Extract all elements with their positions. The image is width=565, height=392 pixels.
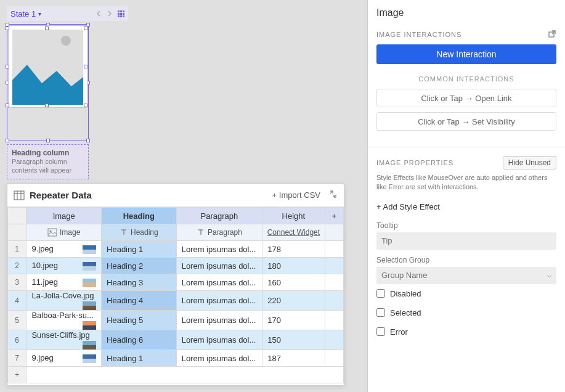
sub-paragraph[interactable]: Paragraph <box>176 224 262 241</box>
row-number[interactable]: 4 <box>8 291 26 311</box>
cell-height[interactable]: 160 <box>262 274 325 291</box>
cell-heading[interactable]: Heading 1 <box>102 241 177 258</box>
svg-rect-4 <box>120 13 122 15</box>
cell-paragraph[interactable]: Lorem ipsumas dol... <box>176 258 262 274</box>
state-label: State 1 <box>10 9 36 18</box>
row-number[interactable]: 6 <box>8 330 26 350</box>
cell-heading[interactable]: Heading 4 <box>102 291 177 311</box>
cell-height[interactable]: 150 <box>262 330 325 350</box>
cell-image[interactable]: La-Jolla-Cove.jpg <box>26 291 102 311</box>
common-set-visibility[interactable]: Click or Tap → Set Visibility <box>376 112 556 131</box>
hide-unused-button[interactable]: Hide Unused <box>503 156 556 169</box>
table-row[interactable]: 210.jpegHeading 2Lorem ipsumas dol...180 <box>8 258 344 274</box>
selected-checkbox[interactable] <box>376 308 385 317</box>
connect-widget-link[interactable]: Connect Widget <box>262 224 325 241</box>
table-row[interactable]: 6Sunset-Cliffs.jpgHeading 6Lorem ipsumas… <box>8 330 344 350</box>
cell-heading[interactable]: Heading 6 <box>102 330 177 350</box>
repeater-data-panel: Repeater Data + Import CSV Image Heading… <box>7 183 344 386</box>
table-icon <box>14 190 25 200</box>
table-row[interactable]: 4La-Jolla-Cove.jpgHeading 4Lorem ipsumas… <box>8 291 344 311</box>
cell-image[interactable]: Balboa-Park-su... <box>26 311 102 330</box>
interactions-heading: IMAGE INTERACTIONS <box>376 31 461 38</box>
caret-down-icon: ▾ <box>38 10 41 17</box>
cell-paragraph[interactable]: Lorem ipsumas dol... <box>176 350 262 367</box>
cell-paragraph[interactable]: Lorem ipsumas dol... <box>176 330 262 350</box>
svg-rect-13 <box>48 229 57 236</box>
cell-paragraph[interactable]: Lorem ipsumas dol... <box>176 311 262 330</box>
thumbnail <box>83 341 96 349</box>
thumbnail <box>83 279 96 287</box>
inspector-panel: Image IMAGE INTERACTIONS New Interaction… <box>367 0 565 392</box>
svg-rect-8 <box>123 15 124 17</box>
import-csv-button[interactable]: + Import CSV <box>272 190 320 200</box>
col-height[interactable]: Height <box>262 208 325 224</box>
table-row[interactable]: 5Balboa-Park-su...Heading 5Lorem ipsumas… <box>8 311 344 330</box>
cell-paragraph[interactable]: Lorem ipsumas dol... <box>176 291 262 311</box>
row-number[interactable]: 7 <box>8 350 26 367</box>
cell-heading[interactable]: Heading 5 <box>102 311 177 330</box>
table-row[interactable]: 79.jpegHeading 1Lorem ipsumas dol...187 <box>8 350 344 367</box>
cell-image[interactable]: 10.jpeg <box>26 258 102 274</box>
svg-rect-2 <box>123 10 124 12</box>
cell-height[interactable]: 170 <box>262 311 325 330</box>
data-grid[interactable]: Image Heading Paragraph Height + Image H… <box>7 207 344 383</box>
common-interactions-heading: COMMON INTERACTIONS <box>368 64 565 89</box>
paragraph-placeholder: Paragraph column contents will appear <box>12 157 84 175</box>
disabled-checkbox-row[interactable]: Disabled <box>368 284 565 303</box>
col-image[interactable]: Image <box>26 208 102 224</box>
sub-heading[interactable]: Heading <box>102 224 177 241</box>
tooltip-input[interactable] <box>376 232 556 250</box>
thumbnail <box>83 301 96 310</box>
sub-image[interactable]: Image <box>26 224 102 241</box>
add-row-button[interactable]: + <box>8 367 26 383</box>
table-row[interactable]: 19.jpegHeading 1Lorem ipsumas dol...178 <box>8 241 344 258</box>
add-column-button[interactable]: + <box>325 208 343 224</box>
error-checkbox[interactable] <box>376 327 385 336</box>
heading-placeholder: Heading column <box>12 149 84 157</box>
chevron-right-icon[interactable] <box>106 10 113 17</box>
cell-heading[interactable]: Heading 3 <box>102 274 177 291</box>
selection-group-select[interactable] <box>376 267 556 284</box>
canvas[interactable]: State 1 ▾ Heading column Paragraph colum… <box>0 0 367 392</box>
cell-height[interactable]: 178 <box>262 241 325 258</box>
chevron-left-icon[interactable] <box>95 10 102 17</box>
disabled-checkbox[interactable] <box>376 289 385 298</box>
cell-heading[interactable]: Heading 2 <box>102 258 177 274</box>
tooltip-label: Tooltip <box>368 215 565 232</box>
external-link-icon[interactable] <box>548 30 556 39</box>
thumbnail <box>83 321 96 330</box>
new-interaction-button[interactable]: New Interaction <box>376 44 556 64</box>
thumbnail <box>83 262 96 271</box>
cell-paragraph[interactable]: Lorem ipsumas dol... <box>176 274 262 291</box>
cell-height[interactable]: 180 <box>262 258 325 274</box>
panel-title: Repeater Data <box>30 190 92 200</box>
cell-image[interactable]: 11.jpeg <box>26 274 102 291</box>
properties-heading: IMAGE PROPERTIES <box>376 159 453 166</box>
collapse-icon[interactable] <box>329 190 338 201</box>
cell-image[interactable]: 9.jpeg <box>26 350 102 367</box>
row-number[interactable]: 5 <box>8 311 26 330</box>
cell-heading[interactable]: Heading 1 <box>102 350 177 367</box>
cell-height[interactable]: 220 <box>262 291 325 311</box>
cell-paragraph[interactable]: Lorem ipsumas dol... <box>176 241 262 258</box>
svg-rect-7 <box>120 15 122 17</box>
col-heading[interactable]: Heading <box>102 208 177 224</box>
inspector-title: Image <box>368 0 565 25</box>
error-checkbox-row[interactable]: Error <box>368 322 565 341</box>
add-style-effect-button[interactable]: + Add Style Effect <box>368 198 565 215</box>
state-selector[interactable]: State 1 ▾ <box>7 6 128 21</box>
image-placeholder[interactable] <box>8 25 87 108</box>
text-placeholder[interactable]: Heading column Paragraph column contents… <box>7 144 89 179</box>
cell-image[interactable]: 9.jpeg <box>26 241 102 258</box>
cell-image[interactable]: Sunset-Cliffs.jpg <box>26 330 102 350</box>
selection-group-label: Selection Group <box>368 250 565 267</box>
col-paragraph[interactable]: Paragraph <box>176 208 262 224</box>
common-open-link[interactable]: Click or Tap → Open Link <box>376 89 556 107</box>
selected-checkbox-row[interactable]: Selected <box>368 303 565 322</box>
grid-icon[interactable] <box>117 10 124 17</box>
row-number[interactable]: 1 <box>8 241 26 258</box>
row-number[interactable]: 2 <box>8 258 26 274</box>
row-number[interactable]: 3 <box>8 274 26 291</box>
cell-height[interactable]: 187 <box>262 350 325 367</box>
table-row[interactable]: 311.jpegHeading 3Lorem ipsumas dol...160 <box>8 274 344 291</box>
